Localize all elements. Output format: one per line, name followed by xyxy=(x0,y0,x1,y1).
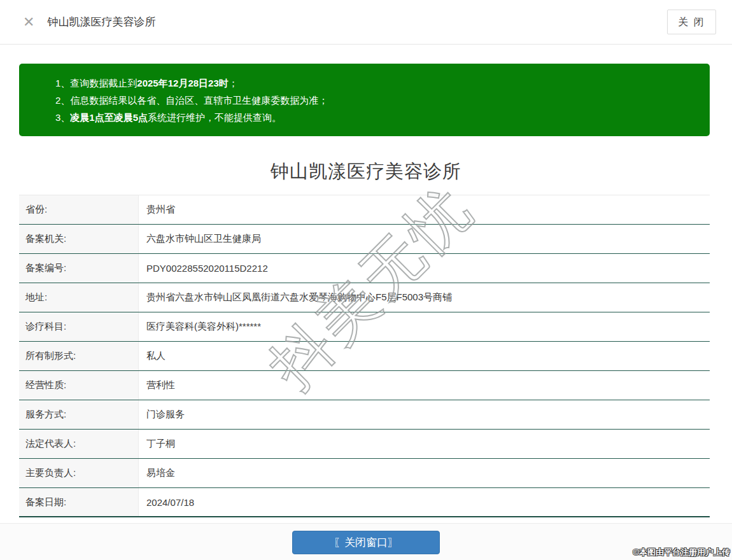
info-row-value: 私人 xyxy=(139,342,710,370)
info-row-value: PDY00228552020115D2212 xyxy=(139,254,710,283)
info-row: 经营性质:营利性 xyxy=(19,371,710,400)
info-row: 诊疗科目:医疗美容科(美容外科)****** xyxy=(19,312,710,342)
info-row: 所有制形式:私人 xyxy=(19,342,710,371)
info-row-label: 诊疗科目: xyxy=(19,312,139,341)
info-row: 主要负责人:易培金 xyxy=(19,459,710,488)
info-row-value: 贵州省六盘水市钟山区凤凰街道六盘水爱琴海购物中心F5层F5003号商铺 xyxy=(139,283,710,312)
info-row-value: 门诊服务 xyxy=(139,400,710,429)
notice-line: 3、凌晨1点至凌晨5点系统进行维护，不能提供查询。 xyxy=(55,109,697,126)
close-x-icon[interactable]: ✕ xyxy=(23,15,34,29)
notice-lines: 1、查询数据截止到2025年12月28日23时；2、信息数据结果以各省、自治区、… xyxy=(55,74,697,126)
window-title: 钟山凯漾医疗美容诊所 xyxy=(47,15,155,29)
info-row: 地址:贵州省六盘水市钟山区凤凰街道六盘水爱琴海购物中心F5层F5003号商铺 xyxy=(19,283,710,312)
top-bar: ✕ 钟山凯漾医疗美容诊所 关 闭 xyxy=(0,0,732,45)
info-row-label: 省份: xyxy=(19,195,139,224)
info-row: 服务方式:门诊服务 xyxy=(19,400,710,430)
info-row-label: 经营性质: xyxy=(19,371,139,400)
page-title: 钟山凯漾医疗美容诊所 xyxy=(0,159,732,185)
info-row: 省份:贵州省 xyxy=(19,195,710,225)
info-row-label: 地址: xyxy=(19,283,139,312)
info-row-value: 医疗美容科(美容外科)****** xyxy=(139,312,710,341)
info-row-label: 备案机关: xyxy=(19,225,139,253)
info-row: 法定代表人:丁子桐 xyxy=(19,430,710,459)
info-row-label: 备案编号: xyxy=(19,254,139,283)
footer-bar: 〖关闭窗口〗 xyxy=(0,523,732,560)
info-row-value: 贵州省 xyxy=(139,195,710,224)
info-row: 备案机关:六盘水市钟山区卫生健康局 xyxy=(19,225,710,254)
info-row-label: 备案日期: xyxy=(19,488,139,516)
notice-banner: 1、查询数据截止到2025年12月28日23时；2、信息数据结果以各省、自治区、… xyxy=(19,64,710,136)
notice-line: 1、查询数据截止到2025年12月28日23时； xyxy=(55,74,697,92)
credit-text: ©本图由平台注册用户上传 xyxy=(633,547,730,558)
close-button[interactable]: 关 闭 xyxy=(667,10,716,34)
info-row: 备案日期:2024/07/18 xyxy=(19,488,710,517)
info-row-value: 丁子桐 xyxy=(139,430,710,458)
info-row-label: 所有制形式: xyxy=(19,342,139,370)
close-window-button[interactable]: 〖关闭窗口〗 xyxy=(292,531,440,554)
info-row: 备案编号:PDY00228552020115D2212 xyxy=(19,254,710,283)
info-row-label: 主要负责人: xyxy=(19,459,139,487)
info-table: 省份:贵州省备案机关:六盘水市钟山区卫生健康局备案编号:PDY002285520… xyxy=(19,195,710,517)
notice-line: 2、信息数据结果以各省、自治区、直辖市卫生健康委数据为准； xyxy=(55,92,697,109)
info-row-value: 六盘水市钟山区卫生健康局 xyxy=(139,225,710,253)
info-row-value: 营利性 xyxy=(139,371,710,400)
info-row-label: 服务方式: xyxy=(19,400,139,429)
info-row-value: 2024/07/18 xyxy=(139,488,710,516)
info-row-label: 法定代表人: xyxy=(19,430,139,458)
info-row-value: 易培金 xyxy=(139,459,710,487)
